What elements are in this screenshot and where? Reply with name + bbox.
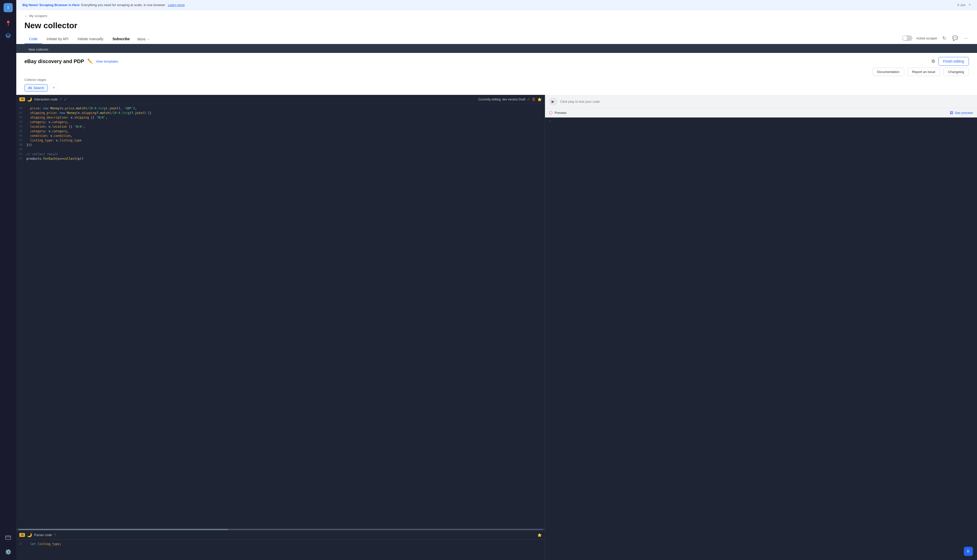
- tab-more[interactable]: More ···: [134, 35, 153, 44]
- tab-more-dots-icon: ···: [147, 37, 150, 41]
- collector-section: eBay discovery and PDP ✏️ View templates…: [16, 53, 977, 95]
- preview-body: 1: [545, 117, 977, 560]
- collector-header: eBay discovery and PDP ✏️ View templates…: [24, 53, 969, 68]
- code-editor-body[interactable]: 40 price: new Money(v.price.match(/[0-9.…: [16, 104, 545, 528]
- collector-stages-label: Collector stages: [24, 78, 969, 82]
- check-icon: ✓: [527, 97, 530, 102]
- pencil-icon[interactable]: ✏️: [87, 58, 93, 64]
- code-line-47: 47 listing_type: v.listing_type: [16, 138, 545, 143]
- banner-date: 5 Jun: [957, 3, 965, 7]
- parser-help-icon[interactable]: ?: [54, 533, 56, 537]
- banner-left: Big News! Scraping Browser is Here Every…: [22, 3, 957, 7]
- breadcrumb[interactable]: ← My scrapers: [24, 14, 969, 18]
- preview-html-icon: ⬡: [549, 110, 553, 115]
- code-line-51: 51 products.forEach(p=>collect(p)): [16, 157, 545, 161]
- tab-actions: Active scraper ↻ 💬 ···: [902, 34, 969, 44]
- preview-label-text: Preview: [554, 111, 566, 115]
- sidebar-item-card[interactable]: [3, 533, 13, 543]
- moon-icon: 🌙: [27, 97, 32, 102]
- see-preview-button[interactable]: 🖼 See preview: [950, 111, 973, 115]
- code-line-45: 45 category: v.category,: [16, 129, 545, 133]
- sidebar-item-settings[interactable]: ⚙️: [3, 547, 13, 557]
- interaction-code-toolbar: JS 🌙 Interaction code ? ⤢ Currently edit…: [16, 95, 545, 104]
- add-stage-button[interactable]: +: [50, 84, 58, 92]
- banner-description: Everything you need for scraping at scal…: [81, 3, 165, 7]
- copy-version-icon[interactable]: ⭐: [537, 97, 542, 102]
- code-preview-area: JS 🌙 Interaction code ? ⤢ Currently edit…: [16, 95, 977, 560]
- comment-icon[interactable]: 💬: [951, 34, 959, 42]
- report-issue-button[interactable]: Report an issue: [907, 68, 940, 76]
- code-line-40: 40 price: new Money(v.price.match(/[0-9.…: [16, 106, 545, 111]
- code-line-42: 42 shipping_description: v.shipping || '…: [16, 115, 545, 120]
- collector-name: eBay discovery and PDP: [24, 58, 84, 64]
- parser-code-title: Parser code: [34, 533, 52, 537]
- toggle-knob: [903, 36, 907, 40]
- sidebar-item-layers[interactable]: [3, 30, 13, 41]
- scrollbar-track: [18, 529, 543, 530]
- see-preview-text: See preview: [955, 111, 973, 115]
- banner-learn-more-link[interactable]: Learn more: [168, 3, 185, 7]
- code-line-41: 41 shipping_price: new Money(v.shipping?…: [16, 111, 545, 115]
- play-hint-text: Click play to test your code: [560, 100, 973, 103]
- finish-editing-button[interactable]: Finish editing: [938, 57, 969, 66]
- code-horizontal-scrollbar[interactable]: [16, 528, 545, 530]
- tab-code[interactable]: Code: [24, 34, 42, 44]
- changelog-button[interactable]: Changelog: [943, 68, 969, 76]
- main-content: Big News! Scraping Browser is Here Every…: [16, 0, 977, 560]
- code-line-44: 44 location: v.location || 'N/A',: [16, 124, 545, 129]
- main-tabs: Code Initiate by API Initiate manually S…: [24, 34, 153, 44]
- editing-badge: Currently editing: dev version Draft ✓ 🗑…: [478, 97, 542, 102]
- play-button[interactable]: ▶: [549, 97, 557, 105]
- parser-code-body[interactable]: 25 let listing_type;: [16, 540, 545, 560]
- parser-moon-icon: 🌙: [27, 533, 32, 537]
- copy-float-button[interactable]: ⎘: [964, 547, 973, 556]
- collector-name-area: eBay discovery and PDP ✏️ View templates: [24, 58, 118, 64]
- documentation-button[interactable]: Documentation: [872, 68, 904, 76]
- banner-title: Big News! Scraping Browser is Here: [22, 3, 80, 7]
- code-line-49: 49: [16, 147, 545, 152]
- banner-right: 5 Jun ×: [957, 3, 971, 7]
- code-line-43: 43 category: v.category,: [16, 120, 545, 124]
- scrollbar-thumb: [18, 529, 228, 530]
- tab-subscribe[interactable]: Subscribe: [108, 34, 134, 44]
- tab-initiate-manually[interactable]: Initiate manually: [73, 34, 108, 44]
- code-line-50: 50 // collect result: [16, 152, 545, 157]
- sliders-icon[interactable]: ⚙: [931, 58, 935, 64]
- stage-num: #1: [28, 86, 32, 90]
- code-line-48: 48 })): [16, 143, 545, 147]
- stage-name: Search: [33, 86, 44, 90]
- expand-icon[interactable]: ⤢: [63, 97, 67, 102]
- editor-tab-bar: New collector: [16, 44, 977, 53]
- interaction-code-help-icon[interactable]: ?: [60, 97, 62, 101]
- sidebar-item-location[interactable]: 📍: [3, 18, 13, 28]
- delete-version-icon[interactable]: 🗑: [532, 97, 536, 102]
- tab-initiate-api[interactable]: Initiate by API: [42, 34, 73, 44]
- preview-header: ⬡ Preview 🖼 See preview: [545, 108, 977, 117]
- view-templates-button[interactable]: View templates: [96, 60, 118, 63]
- image-icon: 🖼: [950, 111, 953, 115]
- parser-line-25: 25 let listing_type;: [16, 542, 545, 546]
- preview-panel: ▶ Click play to test your code ⬡ Preview…: [545, 95, 977, 560]
- code-editor-panel: JS 🌙 Interaction code ? ⤢ Currently edit…: [16, 95, 545, 560]
- editor-active-tab[interactable]: New collector: [24, 46, 52, 53]
- breadcrumb-label: My scrapers: [29, 14, 47, 18]
- svg-rect-1: [6, 536, 11, 540]
- banner-close-button[interactable]: ×: [969, 3, 971, 7]
- preview-run-area: ▶ Click play to test your code: [545, 95, 977, 108]
- parser-toolbar-left: JS 🌙 Parser code ?: [19, 533, 56, 537]
- interaction-toolbar-left: JS 🌙 Interaction code ? ⤢: [19, 97, 67, 102]
- js-badge: JS: [19, 97, 25, 101]
- announcement-banner: Big News! Scraping Browser is Here Every…: [16, 0, 977, 10]
- code-line-46: 46 condition: v.condition,: [16, 133, 545, 138]
- interaction-code-title: Interaction code: [34, 97, 58, 101]
- breadcrumb-arrow: ←: [24, 14, 28, 18]
- more-options-icon[interactable]: ···: [963, 35, 969, 42]
- parser-copy-icon[interactable]: ⭐: [537, 533, 542, 537]
- refresh-icon[interactable]: ↻: [941, 34, 947, 42]
- action-buttons-area: Documentation Report an issue Changelog: [24, 68, 969, 76]
- preview-line-1: 1: [549, 120, 551, 123]
- preview-label-area: ⬡ Preview: [549, 110, 566, 115]
- page-header: ← My scrapers New collector Code Initiat…: [16, 10, 977, 44]
- active-scraper-toggle[interactable]: [902, 35, 912, 41]
- stage-tab-1[interactable]: #1 Search: [24, 84, 48, 92]
